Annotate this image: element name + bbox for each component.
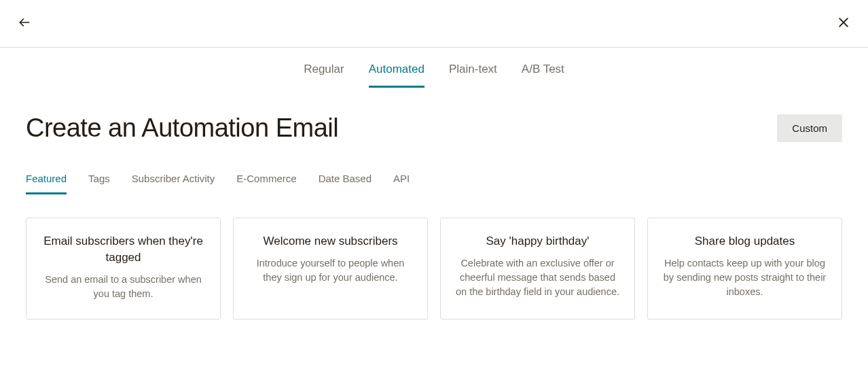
tab-ab-test[interactable]: A/B Test — [522, 63, 564, 88]
close-icon — [837, 16, 850, 32]
card-happy-birthday[interactable]: Say 'happy birthday' Celebrate with an e… — [440, 218, 635, 320]
tab-plain-text[interactable]: Plain-text — [449, 63, 497, 88]
card-desc: Help contacts keep up with your blog by … — [662, 256, 828, 299]
primary-tabs: Regular Automated Plain-text A/B Test — [0, 63, 868, 88]
card-title: Share blog updates — [662, 233, 828, 250]
close-button[interactable] — [835, 16, 852, 32]
custom-button[interactable]: Custom — [777, 114, 842, 142]
secondary-tabs: Featured Tags Subscriber Activity E-Comm… — [26, 173, 842, 194]
tab-regular[interactable]: Regular — [304, 63, 344, 88]
topbar — [0, 0, 868, 48]
subtab-tags[interactable]: Tags — [88, 173, 110, 194]
card-title: Say 'happy birthday' — [454, 233, 621, 250]
content: Create an Automation Email Custom Featur… — [0, 114, 868, 320]
subtab-ecommerce[interactable]: E-Commerce — [236, 173, 296, 194]
arrow-left-icon — [18, 16, 31, 32]
card-desc: Send an email to a subscriber when you t… — [40, 273, 206, 301]
card-welcome-new-subscribers[interactable]: Welcome new subscribers Introduce yourse… — [233, 218, 428, 320]
card-title: Welcome new subscribers — [247, 233, 414, 250]
subtab-subscriber-activity[interactable]: Subscriber Activity — [132, 173, 215, 194]
header-row: Create an Automation Email Custom — [26, 114, 842, 143]
automation-cards: Email subscribers when they're tagged Se… — [26, 218, 842, 320]
subtab-date-based[interactable]: Date Based — [319, 173, 372, 194]
card-desc: Celebrate with an exclusive offer or che… — [454, 256, 621, 299]
subtab-featured[interactable]: Featured — [26, 173, 67, 194]
back-button[interactable] — [16, 16, 33, 32]
card-share-blog-updates[interactable]: Share blog updates Help contacts keep up… — [647, 218, 842, 320]
tab-automated[interactable]: Automated — [369, 63, 424, 88]
subtab-api[interactable]: API — [393, 173, 410, 194]
card-desc: Introduce yourself to people when they s… — [247, 256, 414, 285]
card-title: Email subscribers when they're tagged — [40, 233, 206, 266]
card-email-when-tagged[interactable]: Email subscribers when they're tagged Se… — [26, 218, 221, 320]
page-title: Create an Automation Email — [26, 114, 338, 143]
